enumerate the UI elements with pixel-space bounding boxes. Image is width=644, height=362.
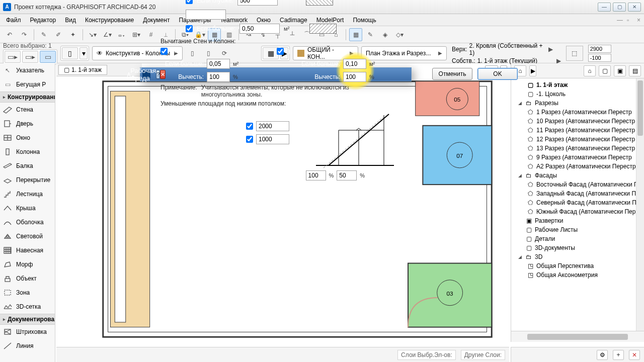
menu-file[interactable]: Файл [2, 16, 25, 25]
tool-marquee[interactable]: ▭Бегущая Р [0, 77, 55, 92]
eye-icon: 👁 [97, 50, 103, 57]
tool-stair[interactable]: Лестница [0, 187, 55, 201]
nav-tab-views[interactable]: ▢ [599, 65, 611, 76]
toolbox-header-document[interactable]: Документирование [0, 314, 55, 325]
tool-zone[interactable]: Зона [0, 286, 55, 300]
dialog-titlebar[interactable]: A Рабочая Среда ? ✕ Зоны▼ << Назад Впере… [140, 68, 411, 81]
svg-rect-6 [5, 290, 11, 295]
menu-view[interactable]: Вид [61, 16, 80, 25]
navigator-vscrollbar[interactable] [636, 78, 644, 331]
menu-edit[interactable]: Редактор [26, 16, 60, 25]
dialog-title: Рабочая Среда [130, 67, 156, 82]
depth-label: Если глубже: [197, 0, 233, 4]
and-or-dropdown[interactable]: И▼ [186, 10, 226, 20]
window-maximize-button[interactable]: ▢ [613, 3, 626, 12]
guide-3[interactable]: ⏛▾ [115, 28, 128, 41]
hatch-preview-2 [309, 24, 337, 34]
tool-shell[interactable]: Оболочка [0, 215, 55, 229]
magic-wand-button[interactable]: ✦ [66, 28, 79, 41]
navigator-hscrollbar[interactable] [511, 331, 644, 342]
ceil-h1-input[interactable] [256, 121, 289, 131]
menu-design[interactable]: Конструирование [81, 16, 138, 25]
mdi-close[interactable]: × [633, 16, 642, 25]
column-pct-input[interactable] [343, 72, 366, 82]
inject-button[interactable]: ✐ [52, 28, 65, 41]
depth-input[interactable] [237, 0, 278, 6]
column-min-input[interactable] [343, 59, 366, 69]
wall-icon: ▭ [171, 48, 176, 55]
depth-checkbox[interactable] [186, 0, 193, 4]
tool-column[interactable]: Колонна [0, 145, 55, 159]
geom-method-1[interactable]: ▭▸ [5, 51, 21, 63]
ceil-pct2-input[interactable] [337, 170, 357, 180]
story-icon: ⬚ [566, 46, 583, 61]
svg-rect-3 [7, 236, 9, 237]
svg-rect-5 [5, 279, 10, 282]
mdi-minimize[interactable]: — [613, 16, 622, 25]
area-checkbox[interactable] [186, 25, 193, 32]
tool-wall[interactable]: Стена [0, 103, 55, 117]
wall-pct-input[interactable] [207, 72, 230, 82]
ceil-h2-input[interactable] [256, 134, 289, 144]
tool-slab[interactable]: Перекрытие [0, 173, 55, 187]
nav-footer-delete[interactable]: ✕ [629, 350, 640, 360]
nav-tab-layouts[interactable]: ▣ [614, 65, 626, 76]
tool-arrow[interactable]: ↖Указатель [0, 63, 55, 77]
ceiling-diagram [311, 110, 399, 170]
cancel-button[interactable]: Отменить [432, 68, 472, 80]
nav-footer-new[interactable]: ＋ [613, 350, 624, 360]
tool-morph[interactable]: Морф [0, 257, 55, 272]
column-sub-checkbox[interactable] [277, 48, 284, 55]
area-input[interactable] [239, 24, 280, 34]
height-top-input[interactable] [588, 45, 611, 53]
ceil-check-2[interactable] [246, 136, 253, 143]
tool-window[interactable]: Окно [0, 131, 55, 145]
window-close-button[interactable]: ✕ [628, 3, 641, 12]
svg-rect-2 [6, 149, 9, 155]
section-subtraction-label: Вычитание Стен и Колонн: [160, 38, 416, 45]
navigator-tree[interactable]: ▢1. 1-й этаж ▢-1. Цоколь ◢🗀Разрезы ⬠1 Ра… [511, 78, 644, 331]
svg-text:05: 05 [454, 96, 461, 103]
wall-sub-checkbox[interactable] [160, 48, 168, 55]
nav-btn-arrow[interactable]: ▶ [529, 65, 536, 76]
mdi-restore[interactable]: ▫ [623, 16, 632, 25]
tool-mesh[interactable]: 3D-сетка [0, 300, 55, 314]
ref-arrow[interactable]: ▾ [79, 47, 88, 59]
ceil-pct1-input[interactable] [306, 170, 326, 180]
svg-text:03: 03 [447, 290, 453, 297]
level-top-value: 2. Кровля (Собственный + 1) [469, 42, 545, 56]
geom-method-2[interactable]: ▭▸ [22, 51, 38, 63]
ok-button[interactable]: OK [477, 68, 518, 80]
tool-curtainwall[interactable]: Навесная [0, 243, 55, 257]
ceil-check-1[interactable] [246, 123, 253, 130]
nav-tab-publish[interactable]: ▤ [629, 65, 641, 76]
tool-line[interactable]: Линия [0, 339, 55, 353]
nav-footer-settings[interactable]: ⚙ [597, 350, 608, 360]
tool-fill[interactable]: Штриховка [0, 325, 55, 339]
guide-2[interactable]: ∠▾ [101, 28, 114, 41]
geom-method-3[interactable]: ▭ [40, 51, 56, 63]
tool-beam[interactable]: Балка [0, 159, 55, 173]
wall-min-input[interactable] [207, 59, 230, 69]
guide-1[interactable]: ↘▾ [86, 28, 99, 41]
svg-rect-0 [5, 121, 10, 127]
undo-button[interactable]: ↶ [3, 28, 16, 41]
area-label: Если больше: [197, 25, 235, 32]
ceil-subtract-label: Вычесть: [277, 172, 303, 179]
redo-button[interactable]: ↷ [18, 28, 31, 41]
ref-option[interactable]: ▯ [62, 47, 78, 59]
nav-tab-home[interactable]: ⌂ [584, 65, 596, 76]
svg-text:07: 07 [456, 152, 463, 159]
tool-object[interactable]: Объект [0, 272, 55, 286]
window-minimize-button[interactable]: — [598, 3, 611, 12]
svg-rect-10 [416, 81, 479, 116]
pick-button[interactable]: ✎ [37, 28, 50, 41]
tool-door[interactable]: Дверь [0, 117, 55, 131]
tool-skylight[interactable]: Световой [0, 229, 55, 243]
height-bot-input[interactable] [588, 54, 611, 62]
toolbox-header-design[interactable]: Конструирование [0, 92, 55, 103]
level-top-pick[interactable]: ▶ [547, 46, 555, 53]
navigator-panel: ⌂ ▶ ⌂ ▢ ▣ ▤ ▢1. 1-й этаж ▢-1. Цоколь ◢🗀Р… [511, 63, 644, 342]
tool-roof[interactable]: Крыша [0, 201, 55, 215]
grid-snap[interactable]: ⊞▾ [130, 28, 143, 41]
